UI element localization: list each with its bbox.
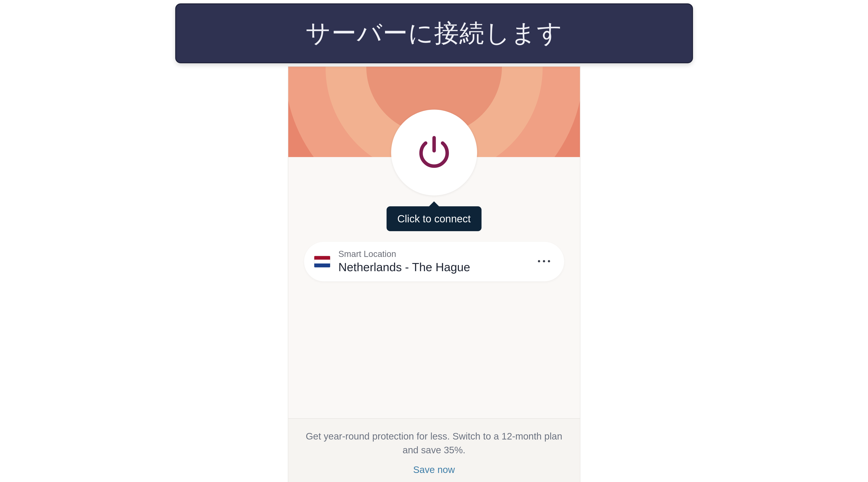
instruction-text: サーバーに接続します [306,17,563,50]
netherlands-flag-icon [314,256,330,267]
svg-point-2 [543,260,545,262]
connect-tooltip: Click to connect [386,206,482,231]
power-icon [415,133,453,172]
location-text: Smart Location Netherlands - The Hague [338,250,534,274]
vpn-app-window: Click to connect Smart Location Netherla… [288,67,580,482]
promo-message: Get year-round protection for less. Swit… [302,429,566,457]
more-horizontal-icon [537,260,551,263]
connect-button[interactable] [391,109,477,195]
location-name: Netherlands - The Hague [338,261,534,274]
svg-point-3 [548,260,550,262]
promo-cta-link[interactable]: Save now [413,464,455,475]
location-selector[interactable]: Smart Location Netherlands - The Hague [304,242,564,281]
instruction-banner: サーバーに接続します [175,3,693,63]
location-more-button[interactable] [534,256,554,267]
tooltip-text: Click to connect [397,213,471,225]
svg-point-1 [538,260,540,262]
promo-footer: Get year-round protection for less. Swit… [288,418,580,482]
location-label: Smart Location [338,250,534,259]
